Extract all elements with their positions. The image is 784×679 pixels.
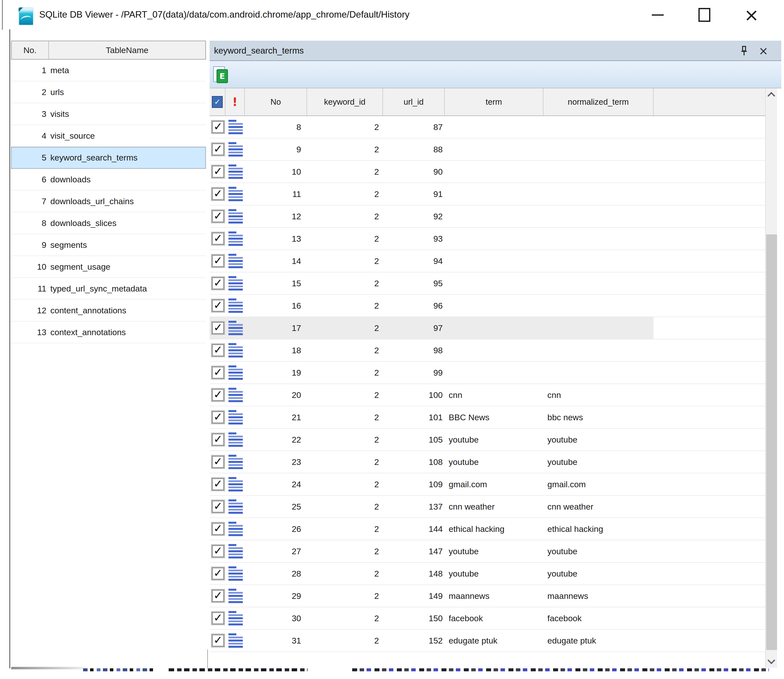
column-header-keyword-id[interactable]: keyword_id <box>307 88 383 115</box>
row-checkbox[interactable]: ✓ <box>212 523 225 535</box>
row-icon-cell <box>225 630 245 651</box>
row-checkbox[interactable]: ✓ <box>212 455 225 468</box>
panel-close-button[interactable]: × <box>758 44 769 57</box>
cell-term: maannews <box>445 585 543 607</box>
column-header-normalized-term[interactable]: normalized_term <box>543 88 654 115</box>
vertical-scrollbar[interactable] <box>765 88 777 668</box>
cell-term <box>445 183 543 205</box>
maximize-button[interactable] <box>694 5 715 25</box>
table-row[interactable]: ✓ 31 2 152 edugate ptuk edugate ptuk <box>209 630 765 652</box>
row-checkbox-cell: ✓ <box>209 406 225 428</box>
table-row[interactable]: ✓ 30 2 150 facebook facebook <box>209 607 765 630</box>
table-row[interactable]: ✓ 8 2 87 <box>209 116 765 138</box>
table-list-item[interactable]: 11 typed_url_sync_metadata <box>11 278 206 300</box>
cell-no: 29 <box>245 585 307 607</box>
row-checkbox[interactable]: ✓ <box>212 634 225 647</box>
table-list-item[interactable]: 4 visit_source <box>11 125 206 147</box>
table-list-item[interactable]: 6 downloads <box>11 169 206 191</box>
table-row[interactable]: ✓ 29 2 149 maannews maannews <box>209 585 765 607</box>
table-row[interactable]: ✓ 15 2 95 <box>209 272 765 295</box>
table-list-item[interactable]: 8 downloads_slices <box>11 212 206 234</box>
column-header-url-id[interactable]: url_id <box>383 88 445 115</box>
row-checkbox[interactable]: ✓ <box>212 210 225 223</box>
table-list-item[interactable]: 1 meta <box>11 59 206 81</box>
document-tab-bar: keyword_search_terms × <box>209 41 781 61</box>
table-row[interactable]: ✓ 13 2 93 <box>209 228 765 250</box>
column-header-no[interactable]: No <box>245 88 307 115</box>
row-checkbox[interactable]: ✓ <box>212 165 225 178</box>
row-icon-cell <box>225 205 245 227</box>
table-row[interactable]: ✓ 28 2 148 youtube youtube <box>209 563 765 585</box>
cell-term <box>445 116 543 138</box>
table-list-item[interactable]: 2 urls <box>11 81 206 103</box>
table-row[interactable]: ✓ 16 2 96 <box>209 295 765 317</box>
table-row[interactable]: ✓ 21 2 101 BBC News bbc news <box>209 406 765 429</box>
table-row[interactable]: ✓ 26 2 144 ethical hacking ethical hacki… <box>209 518 765 540</box>
table-row[interactable]: ✓ 22 2 105 youtube youtube <box>209 429 765 451</box>
table-row[interactable]: ✓ 9 2 88 <box>209 138 765 161</box>
table-row[interactable]: ✓ 19 2 99 <box>209 362 765 384</box>
table-row[interactable]: ✓ 27 2 147 youtube youtube <box>209 540 765 563</box>
table-list-item[interactable]: 7 downloads_url_chains <box>11 191 206 212</box>
record-icon <box>228 499 243 514</box>
row-checkbox[interactable]: ✓ <box>212 255 225 268</box>
row-checkbox[interactable]: ✓ <box>212 612 225 625</box>
check-icon: ✓ <box>214 321 223 334</box>
row-checkbox[interactable]: ✓ <box>212 188 225 200</box>
check-icon: ✓ <box>214 455 223 468</box>
table-row[interactable]: ✓ 12 2 92 <box>209 205 765 228</box>
row-checkbox[interactable]: ✓ <box>212 322 225 335</box>
cell-keyword-id: 2 <box>307 429 383 451</box>
cell-url-id: 97 <box>383 317 445 339</box>
table-list-item[interactable]: 10 segment_usage <box>11 256 206 278</box>
select-all-checkbox[interactable]: ✓ <box>212 96 223 108</box>
row-checkbox[interactable]: ✓ <box>212 277 225 290</box>
table-row[interactable]: ✓ 23 2 108 youtube youtube <box>209 451 765 473</box>
tables-header-no[interactable]: No. <box>12 41 49 59</box>
close-button[interactable]: × <box>741 5 762 25</box>
cell-url-id: 101 <box>383 406 445 428</box>
cell-url-id: 109 <box>383 473 445 495</box>
row-checkbox[interactable]: ✓ <box>212 120 225 133</box>
row-checkbox[interactable]: ✓ <box>212 143 225 156</box>
export-excel-button[interactable]: E <box>212 65 228 84</box>
table-list-item[interactable]: 3 visits <box>11 103 206 125</box>
app-icon <box>19 8 33 25</box>
row-checkbox[interactable]: ✓ <box>212 344 225 357</box>
row-checkbox[interactable]: ✓ <box>212 299 225 312</box>
row-checkbox[interactable]: ✓ <box>212 388 225 401</box>
row-checkbox[interactable]: ✓ <box>212 366 225 379</box>
scroll-up-button[interactable] <box>766 88 777 101</box>
table-row[interactable]: ✓ 24 2 109 gmail.com gmail.com <box>209 473 765 496</box>
row-checkbox[interactable]: ✓ <box>212 545 225 558</box>
scroll-down-button[interactable] <box>766 655 777 668</box>
tables-header-tablename[interactable]: TableName <box>49 41 205 59</box>
column-header-warning[interactable]: ! <box>225 88 245 115</box>
table-list-item[interactable]: 5 keyword_search_terms <box>11 147 206 169</box>
table-list-item[interactable]: 13 context_annotations <box>11 322 206 343</box>
table-row[interactable]: ✓ 18 2 98 <box>209 340 765 362</box>
row-checkbox[interactable]: ✓ <box>212 478 225 491</box>
table-row[interactable]: ✓ 11 2 91 <box>209 183 765 205</box>
record-icon <box>228 321 243 335</box>
check-icon: ✓ <box>214 500 223 512</box>
row-checkbox[interactable]: ✓ <box>212 590 225 602</box>
row-checkbox[interactable]: ✓ <box>212 567 225 580</box>
table-row[interactable]: ✓ 20 2 100 cnn cnn <box>209 384 765 406</box>
row-checkbox[interactable]: ✓ <box>212 433 225 446</box>
table-list-item[interactable]: 9 segments <box>11 234 206 256</box>
column-header-term[interactable]: term <box>445 88 543 115</box>
table-list-item[interactable]: 12 content_annotations <box>11 300 206 322</box>
row-checkbox[interactable]: ✓ <box>212 500 225 513</box>
row-checkbox[interactable]: ✓ <box>212 411 225 424</box>
table-number: 13 <box>11 327 46 337</box>
table-row[interactable]: ✓ 17 2 97 <box>209 317 765 340</box>
scrollbar-thumb[interactable] <box>766 235 777 650</box>
tab-title[interactable]: keyword_search_terms <box>214 45 304 56</box>
table-row[interactable]: ✓ 10 2 90 <box>209 161 765 183</box>
table-row[interactable]: ✓ 14 2 94 <box>209 250 765 272</box>
minimize-button[interactable] <box>647 5 668 25</box>
pin-button[interactable] <box>739 44 750 57</box>
row-checkbox[interactable]: ✓ <box>212 232 225 245</box>
table-row[interactable]: ✓ 25 2 137 cnn weather cnn weather <box>209 496 765 518</box>
